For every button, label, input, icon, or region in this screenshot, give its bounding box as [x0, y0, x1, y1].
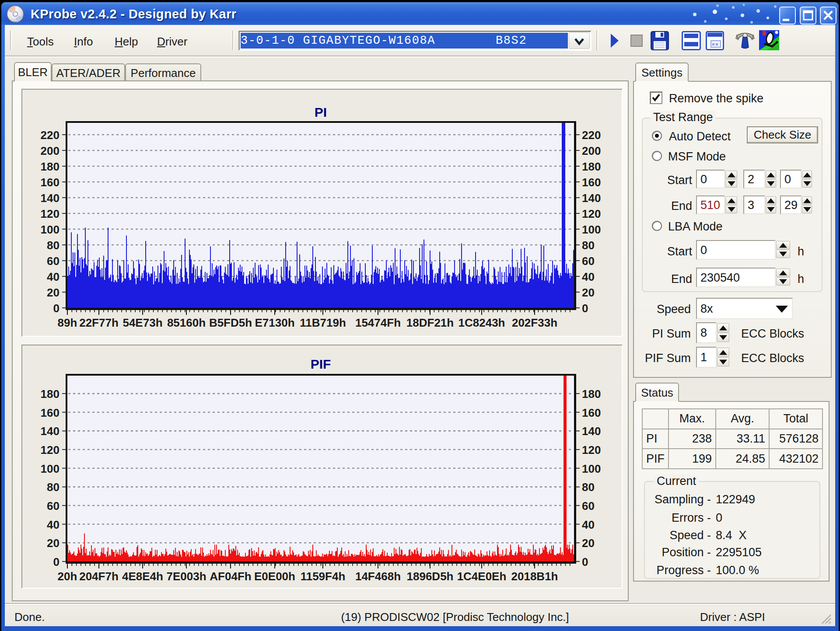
svg-text:80: 80: [47, 481, 60, 494]
svg-text:7E003h: 7E003h: [166, 570, 206, 583]
svg-text:60: 60: [47, 254, 60, 268]
svg-text:120: 120: [582, 443, 601, 457]
svg-text:40: 40: [47, 270, 60, 283]
svg-text:54E73h: 54E73h: [122, 316, 162, 329]
svg-text:15474Fh: 15474Fh: [355, 316, 401, 329]
svg-text:1896D5h: 1896D5h: [407, 570, 454, 583]
svg-text:40: 40: [582, 270, 595, 283]
svg-text:160: 160: [582, 176, 601, 189]
svg-text:140: 140: [582, 425, 601, 438]
svg-text:40: 40: [582, 518, 595, 531]
svg-text:18DF21h: 18DF21h: [406, 316, 454, 329]
svg-text:140: 140: [582, 192, 601, 205]
svg-text:85160h: 85160h: [167, 316, 206, 329]
svg-text:100: 100: [582, 223, 601, 236]
svg-text:E0E00h: E0E00h: [254, 570, 295, 583]
svg-text:100: 100: [41, 223, 60, 236]
svg-text:0: 0: [582, 555, 588, 568]
svg-text:80: 80: [582, 481, 595, 494]
svg-text:100: 100: [41, 462, 60, 475]
svg-text:60: 60: [47, 499, 60, 512]
svg-text:20: 20: [47, 286, 60, 299]
svg-text:PIF: PIF: [311, 357, 331, 371]
svg-text:89h: 89h: [58, 316, 77, 329]
svg-text:140: 140: [41, 425, 60, 438]
svg-text:60: 60: [582, 499, 595, 512]
svg-text:160: 160: [582, 406, 601, 419]
svg-text:120: 120: [41, 443, 60, 457]
svg-text:200: 200: [41, 144, 60, 157]
svg-text:0: 0: [53, 555, 60, 568]
svg-text:2018B1h: 2018B1h: [511, 570, 558, 583]
svg-text:40: 40: [47, 518, 60, 531]
svg-text:220: 220: [41, 129, 60, 142]
svg-text:180: 180: [41, 160, 60, 173]
svg-text:120: 120: [41, 207, 60, 220]
svg-text:14F468h: 14F468h: [355, 570, 401, 583]
svg-text:22F77h: 22F77h: [79, 316, 119, 329]
svg-text:B5FD5h: B5FD5h: [209, 316, 252, 329]
svg-text:0: 0: [53, 302, 60, 315]
svg-text:E7130h: E7130h: [255, 316, 294, 329]
svg-text:200: 200: [582, 144, 601, 157]
svg-text:220: 220: [582, 129, 601, 142]
svg-text:20: 20: [47, 537, 60, 550]
svg-text:204F7h: 204F7h: [79, 570, 119, 583]
svg-text:100: 100: [582, 462, 601, 475]
svg-text:0: 0: [582, 302, 588, 315]
svg-text:180: 180: [582, 160, 601, 173]
svg-text:1159F4h: 1159F4h: [301, 570, 346, 583]
svg-text:PI: PI: [315, 105, 327, 119]
svg-text:180: 180: [41, 387, 60, 401]
svg-text:11B719h: 11B719h: [300, 316, 346, 329]
svg-text:1C4E0Eh: 1C4E0Eh: [457, 570, 507, 583]
svg-text:202F33h: 202F33h: [512, 316, 557, 329]
svg-text:140: 140: [41, 192, 60, 205]
svg-text:160: 160: [41, 406, 60, 419]
svg-text:20: 20: [582, 286, 595, 299]
svg-text:20: 20: [582, 537, 595, 550]
svg-text:180: 180: [582, 387, 601, 401]
svg-text:160: 160: [41, 176, 60, 189]
svg-text:80: 80: [47, 239, 60, 252]
svg-text:80: 80: [582, 239, 595, 252]
svg-text:60: 60: [582, 254, 595, 268]
svg-text:4E8E4h: 4E8E4h: [122, 570, 163, 583]
svg-text:120: 120: [582, 207, 601, 220]
svg-text:AF04Fh: AF04Fh: [210, 570, 251, 583]
svg-text:1C8243h: 1C8243h: [458, 316, 505, 329]
svg-text:20h: 20h: [58, 570, 77, 583]
